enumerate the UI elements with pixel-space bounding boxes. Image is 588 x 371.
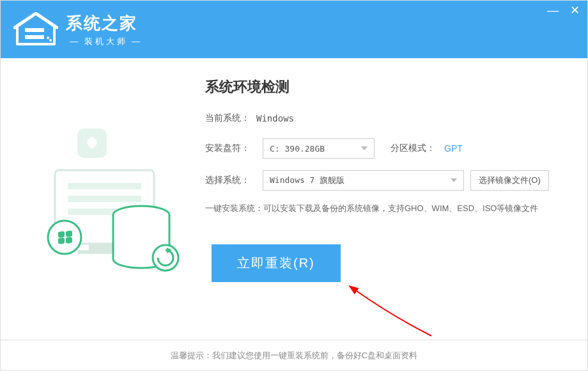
select-system-dropdown[interactable]: Windows 7 旗舰版 — [263, 170, 464, 191]
illustration — [1, 58, 205, 340]
svg-point-2 — [47, 36, 49, 39]
title-bar: 系统之家 装机大师 — ✕ — [1, 1, 587, 58]
current-os-label: 当前系统： — [205, 113, 256, 124]
footer-tip: 温馨提示：我们建议您使用一键重装系统前，备份好C盘和桌面资料 — [1, 340, 587, 370]
svg-rect-7 — [68, 196, 141, 202]
install-drive-select[interactable]: C: 390.28GB — [263, 138, 375, 159]
svg-point-11 — [48, 221, 81, 254]
svg-rect-0 — [25, 28, 44, 32]
brand-title: 系统之家 — [66, 12, 146, 35]
browse-image-button[interactable]: 选择镜像文件(O) — [470, 170, 549, 191]
install-hint-text: 一键安装系统：可以安装下载及备份的系统镜像，支持GHO、WIM、ESD、ISO等… — [205, 202, 568, 216]
partition-mode-label: 分区模式： — [391, 143, 435, 154]
reinstall-button[interactable]: 立即重装(R) — [212, 244, 341, 282]
select-system-value: Windows 7 旗舰版 — [270, 175, 344, 186]
close-icon[interactable]: ✕ — [570, 4, 580, 16]
section-title: 系统环境检测 — [205, 77, 568, 97]
svg-point-13 — [153, 245, 178, 271]
install-drive-value: C: 390.28GB — [270, 144, 325, 154]
svg-rect-6 — [68, 183, 141, 189]
current-os-value: Windows — [256, 113, 294, 123]
partition-mode-value: GPT — [444, 143, 463, 154]
svg-rect-1 — [25, 35, 44, 39]
chevron-down-icon — [361, 146, 368, 150]
svg-point-3 — [49, 39, 52, 42]
brand-subtitle: 装机大师 — [66, 36, 146, 47]
logo-area: 系统之家 装机大师 — [13, 12, 146, 47]
house-logo-icon — [13, 12, 58, 47]
install-drive-label: 安装盘符： — [205, 143, 256, 154]
current-os-row: 当前系统： Windows — [205, 113, 568, 124]
chevron-down-icon — [451, 178, 457, 182]
minimize-icon[interactable]: — — [547, 4, 559, 16]
select-system-label: 选择系统： — [205, 175, 256, 186]
